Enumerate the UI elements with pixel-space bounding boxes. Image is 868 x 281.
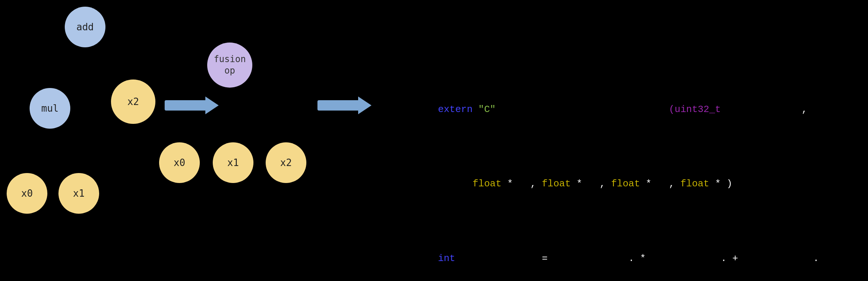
- arrow-1: [165, 97, 219, 114]
- node-x0-left: x0: [7, 173, 47, 214]
- node-x2-mid: x2: [266, 142, 306, 183]
- diagram-container: add mul x0 x1 x2 fusionop x0 x1 x2: [0, 0, 868, 281]
- node-x0-mid: x0: [159, 142, 200, 183]
- code-line-3: int = . * . + .: [403, 236, 868, 281]
- node-x2-midleft: x2: [111, 79, 155, 124]
- node-x1-left: x1: [58, 173, 99, 214]
- code-line-2: float * , float * , float * , float * ): [403, 162, 868, 206]
- code-line-1: extern "C" (uint32_t ,: [403, 87, 868, 132]
- node-add: add: [65, 7, 105, 47]
- node-x1-mid: x1: [213, 142, 253, 183]
- arrow-2: [317, 97, 371, 114]
- node-mul: mul: [30, 88, 70, 129]
- node-fusion-op: fusionop: [207, 43, 252, 88]
- code-block: extern "C" (uint32_t , float * , float *…: [403, 57, 868, 281]
